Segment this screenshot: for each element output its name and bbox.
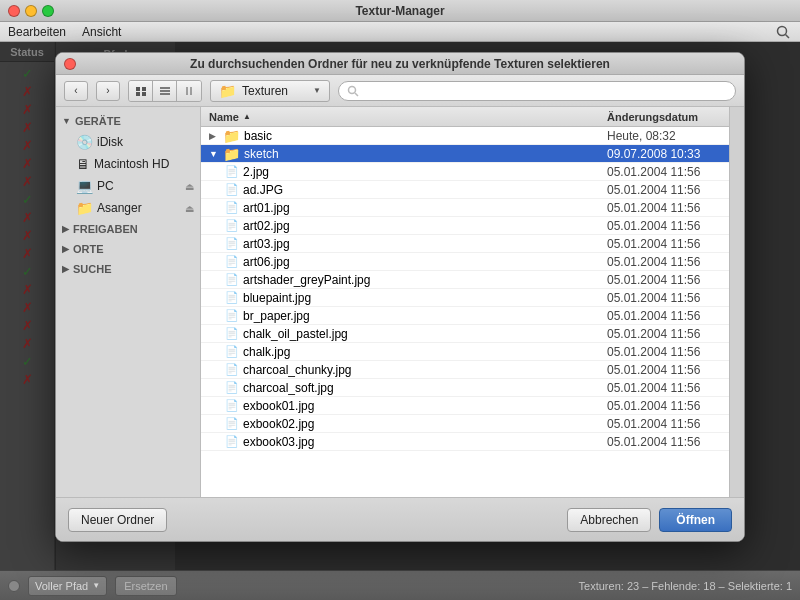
folder-icon: 📁 (219, 83, 236, 99)
file-date-sketch: 09.07.2008 10:33 (599, 147, 729, 161)
file-name-text: bluepaint.jpg (243, 291, 311, 305)
bottom-dot (8, 580, 20, 592)
forward-button[interactable]: › (96, 81, 120, 101)
sidebar-section-orte[interactable]: ▶ ORTE (56, 239, 200, 259)
table-row[interactable]: 📄art03.jpg05.01.2004 11:56 (201, 235, 729, 253)
menu-bearbeiten[interactable]: Bearbeiten (8, 25, 66, 39)
doc-icon: 📄 (225, 237, 239, 250)
column-view-button[interactable] (177, 81, 201, 101)
table-row[interactable]: 📄br_paper.jpg05.01.2004 11:56 (201, 307, 729, 325)
path-label: Voller Pfad (35, 580, 88, 592)
file-name-exbook03.jpg: 📄exbook03.jpg (201, 435, 599, 449)
dropdown-arrow-icon: ▼ (313, 86, 321, 95)
replace-button[interactable]: Ersetzen (115, 576, 176, 596)
search-icon[interactable] (774, 23, 792, 41)
new-folder-button[interactable]: Neuer Ordner (68, 508, 167, 532)
sidebar-section-geraete[interactable]: ▼ GERÄTE (56, 111, 200, 131)
table-row[interactable]: 📄chalk_oil_pastel.jpg05.01.2004 11:56 (201, 325, 729, 343)
table-row[interactable]: 📄2.jpg05.01.2004 11:56 (201, 163, 729, 181)
file-date-text: 05.01.2004 11:56 (599, 165, 729, 179)
sidebar-item-idisk[interactable]: 💿 iDisk (56, 131, 200, 153)
file-name-ad.JPG: 📄ad.JPG (201, 183, 599, 197)
list-view-button[interactable] (153, 81, 177, 101)
file-name-chalk_oil_pastel.jpg: 📄chalk_oil_pastel.jpg (201, 327, 599, 341)
asanger-label: Asanger (97, 201, 142, 215)
file-list[interactable]: Name ▲ Änderungsdatum ▶ 📁 basic Heute, 0… (201, 107, 729, 497)
table-row[interactable]: 📄ad.JPG05.01.2004 11:56 (201, 181, 729, 199)
doc-icon: 📄 (225, 219, 239, 232)
table-row[interactable]: 📄bluepaint.jpg05.01.2004 11:56 (201, 289, 729, 307)
path-dropdown[interactable]: Voller Pfad ▼ (28, 576, 107, 596)
menu-ansicht[interactable]: Ansicht (82, 25, 121, 39)
svg-rect-3 (142, 87, 146, 91)
suche-arrow-icon: ▶ (62, 264, 69, 274)
table-row[interactable]: 📄artshader_greyPaint.jpg05.01.2004 11:56 (201, 271, 729, 289)
scrollbar[interactable] (729, 107, 744, 497)
file-date-text: 05.01.2004 11:56 (599, 237, 729, 251)
file-name-text: br_paper.jpg (243, 309, 310, 323)
doc-icon: 📄 (225, 381, 239, 394)
cancel-button[interactable]: Abbrechen (567, 508, 651, 532)
file-name-text: art01.jpg (243, 201, 290, 215)
file-name-text: art03.jpg (243, 237, 290, 251)
doc-icon: 📄 (225, 327, 239, 340)
file-date-text: 05.01.2004 11:56 (599, 273, 729, 287)
table-row[interactable]: 📄charcoal_soft.jpg05.01.2004 11:56 (201, 379, 729, 397)
file-name-artshader_greyPaint.jpg: 📄artshader_greyPaint.jpg (201, 273, 599, 287)
dialog-window-controls[interactable] (64, 58, 76, 70)
svg-line-1 (786, 34, 790, 38)
file-name-bluepaint.jpg: 📄bluepaint.jpg (201, 291, 599, 305)
table-row[interactable]: 📄chalk.jpg05.01.2004 11:56 (201, 343, 729, 361)
pc-label: PC (97, 179, 114, 193)
svg-rect-2 (136, 87, 140, 91)
folder-dropdown[interactable]: 📁 Texturen ▼ (210, 80, 330, 102)
table-row[interactable]: 📄exbook01.jpg05.01.2004 11:56 (201, 397, 729, 415)
maximize-button[interactable] (42, 5, 54, 17)
bottom-bar: Voller Pfad ▼ Ersetzen Texturen: 23 – Fe… (0, 570, 800, 600)
expand-arrow-icon: ▼ (209, 149, 219, 159)
file-name-text: charcoal_soft.jpg (243, 381, 334, 395)
minimize-button[interactable] (25, 5, 37, 17)
open-button[interactable]: Öffnen (659, 508, 732, 532)
file-name-art02.jpg: 📄art02.jpg (201, 219, 599, 233)
table-row[interactable]: 📄charcoal_chunky.jpg05.01.2004 11:56 (201, 361, 729, 379)
back-button[interactable]: ‹ (64, 81, 88, 101)
file-browser: ▼ GERÄTE 💿 iDisk 🖥 Macintosh HD 💻 PC (56, 107, 744, 497)
table-row[interactable]: ▼ 📁 sketch 09.07.2008 10:33 (201, 145, 729, 163)
geraete-arrow-icon: ▼ (62, 116, 71, 126)
search-box[interactable] (338, 81, 736, 101)
date-column-header[interactable]: Änderungsdatum (599, 111, 729, 123)
window-controls[interactable] (8, 5, 54, 17)
view-buttons (128, 80, 202, 102)
sidebar-item-asanger[interactable]: 📁 Asanger ⏏ (56, 197, 200, 219)
macintosh-label: Macintosh HD (94, 157, 169, 171)
sidebar-section-suche[interactable]: ▶ SUCHE (56, 259, 200, 279)
file-name-text: exbook02.jpg (243, 417, 314, 431)
dialog-title-bar: Zu durchsuchenden Ordner für neu zu verk… (56, 53, 744, 75)
doc-icon: 📄 (225, 201, 239, 214)
table-row[interactable]: 📄exbook03.jpg05.01.2004 11:56 (201, 433, 729, 451)
file-name-sketch: ▼ 📁 sketch (201, 146, 599, 162)
sidebar-item-macintosh[interactable]: 🖥 Macintosh HD (56, 153, 200, 175)
sidebar-section-freigaben[interactable]: ▶ FREIGABEN (56, 219, 200, 239)
table-row[interactable]: 📄art02.jpg05.01.2004 11:56 (201, 217, 729, 235)
file-name-text: exbook01.jpg (243, 399, 314, 413)
file-name-text: charcoal_chunky.jpg (243, 363, 352, 377)
icon-view-button[interactable] (129, 81, 153, 101)
sidebar-item-pc[interactable]: 💻 PC ⏏ (56, 175, 200, 197)
file-date-text: 05.01.2004 11:56 (599, 183, 729, 197)
dialog-close-button[interactable] (64, 58, 76, 70)
table-row[interactable]: 📄art06.jpg05.01.2004 11:56 (201, 253, 729, 271)
file-date-text: 05.01.2004 11:56 (599, 381, 729, 395)
file-name-art03.jpg: 📄art03.jpg (201, 237, 599, 251)
name-column-header[interactable]: Name ▲ (201, 111, 599, 123)
macintosh-icon: 🖥 (76, 156, 90, 172)
sort-arrow-icon: ▲ (243, 112, 251, 121)
close-button[interactable] (8, 5, 20, 17)
table-row[interactable]: ▶ 📁 basic Heute, 08:32 (201, 127, 729, 145)
dialog-window: Zu durchsuchenden Ordner für neu zu verk… (55, 52, 745, 542)
pc-icon: 💻 (76, 178, 93, 194)
table-row[interactable]: 📄exbook02.jpg05.01.2004 11:56 (201, 415, 729, 433)
doc-icon: 📄 (225, 435, 239, 448)
table-row[interactable]: 📄art01.jpg05.01.2004 11:56 (201, 199, 729, 217)
